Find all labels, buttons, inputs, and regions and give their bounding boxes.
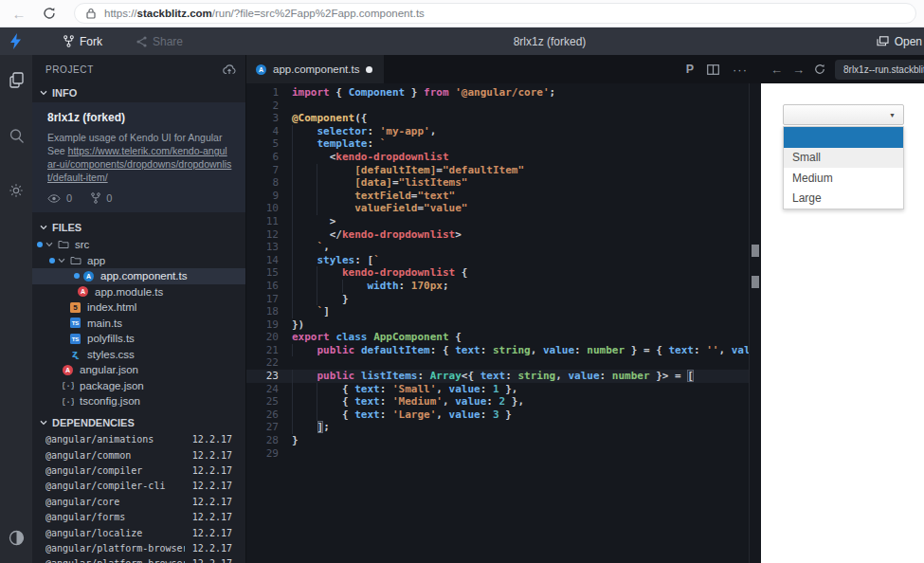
- files-view-icon[interactable]: [0, 64, 32, 97]
- theme-contrast-icon[interactable]: [0, 521, 32, 554]
- line-number: 18: [246, 305, 279, 318]
- line-number: 2: [246, 100, 279, 113]
- kendo-dropdownlist[interactable]: ▼: [783, 104, 904, 125]
- line-number: 21: [246, 344, 279, 357]
- editor-actions: P ···: [686, 63, 748, 77]
- preview-reload-icon[interactable]: [814, 64, 825, 75]
- file-row-tsconfig-json[interactable]: {·}tsconfig.json: [32, 393, 245, 409]
- info-description: Example usage of Kendo UI for Angular Se…: [47, 131, 232, 184]
- line-number: 20: [246, 331, 279, 344]
- line-number: 8: [246, 176, 279, 190]
- views-eye-icon: [47, 194, 61, 203]
- file-row-app-component-ts[interactable]: Aapp.component.ts: [32, 268, 245, 284]
- indent-guide: [317, 383, 317, 396]
- file-row-package-json[interactable]: {·}package.json: [32, 378, 245, 394]
- dependency-row: @angular/platform-browser-dynamic12.2.17: [32, 556, 245, 563]
- dropdown-item-Large[interactable]: Large: [784, 189, 903, 209]
- file-row-app[interactable]: app: [32, 253, 245, 269]
- preview-back-button[interactable]: ←: [770, 63, 783, 77]
- code-line-4: 4 selector: 'my-app',: [246, 125, 749, 138]
- app-window: ← https://stackblitz.com/run/?file=src%2…: [0, 0, 924, 563]
- tab-app-component[interactable]: A app.component.ts: [246, 55, 384, 83]
- dependency-name: @angular/forms: [45, 512, 185, 522]
- dropdown-popup: SmallMediumLarge: [783, 126, 904, 209]
- browser-back-button[interactable]: ←: [8, 2, 30, 25]
- line-number: 22: [246, 356, 279, 370]
- open-button[interactable]: Open: [877, 35, 922, 48]
- file-row-index-html[interactable]: 5index.html: [32, 300, 245, 316]
- indent-guide: [317, 395, 317, 409]
- file-row-angular-json[interactable]: Aangular.json: [32, 362, 245, 378]
- line-number: 25: [246, 395, 279, 409]
- indent-guide: [292, 383, 293, 396]
- line-number: 27: [246, 421, 279, 434]
- share-button[interactable]: Share: [136, 35, 183, 48]
- dependency-version: 12.2.17: [192, 481, 232, 491]
- code-line-5: 5 template: `: [246, 137, 749, 151]
- indent-guide: [292, 190, 293, 203]
- indent-guide: [292, 254, 293, 267]
- dropdown-item-Medium[interactable]: Medium: [784, 168, 903, 189]
- indent-guide: [317, 409, 317, 422]
- dependency-version: 12.2.17: [192, 465, 232, 476]
- dropdown-item-default[interactable]: [784, 127, 903, 148]
- split-editor-icon[interactable]: [707, 64, 719, 75]
- file-row-polyfills-ts[interactable]: TSpolyfills.ts: [32, 331, 245, 347]
- preview-address-bar[interactable]: 8rlx1z--run.stackblit: [835, 60, 924, 80]
- file-row-src[interactable]: src: [32, 237, 245, 253]
- activity-bar: [0, 55, 32, 563]
- scrollbar-thumb[interactable]: [752, 245, 759, 257]
- address-bar[interactable]: https://stackblitz.com/run/?file=src%2Fa…: [74, 3, 916, 24]
- indent-guide: [292, 241, 293, 254]
- file-row-main-ts[interactable]: TSmain.ts: [32, 316, 245, 332]
- dependency-row: @angular/localize12.2.17: [32, 525, 245, 540]
- share-icon: [136, 36, 147, 47]
- fork-button[interactable]: Fork: [63, 35, 102, 48]
- file-row-styles-css[interactable]: ʐstyles.css: [32, 347, 245, 363]
- indent-guide: [292, 421, 293, 434]
- file-row-app-module-ts[interactable]: Aapp.module.ts: [32, 284, 245, 300]
- preview-forward-button[interactable]: →: [792, 63, 805, 77]
- file-tree: srcappAapp.component.tsAapp.module.ts5in…: [32, 237, 245, 409]
- export-cloud-icon[interactable]: [223, 64, 236, 75]
- dependency-version: 12.2.17: [192, 450, 232, 461]
- scrollbar-thumb[interactable]: [752, 276, 759, 288]
- search-icon[interactable]: [0, 119, 32, 152]
- dependency-row: @angular/platform-browser12.2.17: [32, 540, 245, 555]
- file-label: src: [75, 239, 89, 250]
- json-icon: {·}: [62, 396, 74, 407]
- svg-text:ʐ: ʐ: [72, 349, 80, 359]
- dropdown-item-Small[interactable]: Small: [784, 148, 903, 169]
- prettier-format-button[interactable]: P: [686, 63, 694, 76]
- docs-link[interactable]: https://www.telerik.com/kendo-angular-ui…: [47, 145, 231, 183]
- indent-guide: [292, 344, 293, 357]
- chevron-down-icon: [45, 242, 53, 247]
- settings-gear-icon[interactable]: [0, 174, 32, 207]
- more-actions-button[interactable]: ···: [733, 63, 748, 77]
- indent-guide: [317, 293, 317, 306]
- indent-guide: [292, 266, 293, 280]
- indent-guide: [317, 164, 317, 177]
- code-line-21: 21 public defaultItem: { text: string, v…: [246, 344, 749, 357]
- code-editor[interactable]: 1import { Component } from '@angular/cor…: [246, 83, 749, 563]
- dependencies-section-header[interactable]: DEPENDENCIES: [32, 413, 245, 432]
- browser-reload-button[interactable]: [38, 2, 61, 25]
- svg-text:A: A: [259, 66, 263, 73]
- code-line-14: 14 styles: [`: [246, 254, 749, 267]
- file-label: package.json: [80, 380, 144, 391]
- fork-icon: [63, 35, 74, 47]
- ng-red-icon: A: [62, 365, 74, 375]
- line-number: 11: [246, 215, 279, 228]
- info-section-header[interactable]: INFO: [32, 83, 245, 102]
- stackblitz-logo-icon[interactable]: [9, 33, 22, 49]
- chevron-down-icon: [40, 90, 47, 96]
- line-number: 15: [246, 266, 279, 280]
- code-line-3: 3@Component({: [246, 112, 749, 125]
- unsaved-dot-icon[interactable]: [366, 66, 372, 73]
- views-count: 0: [66, 192, 72, 204]
- project-title: 8rlx1z (forked): [514, 35, 587, 48]
- code-line-29: 29: [246, 447, 749, 461]
- tab-label: app.component.ts: [273, 64, 359, 75]
- project-panel-header: PROJECT: [32, 55, 245, 83]
- files-section-header[interactable]: FILES: [32, 218, 245, 237]
